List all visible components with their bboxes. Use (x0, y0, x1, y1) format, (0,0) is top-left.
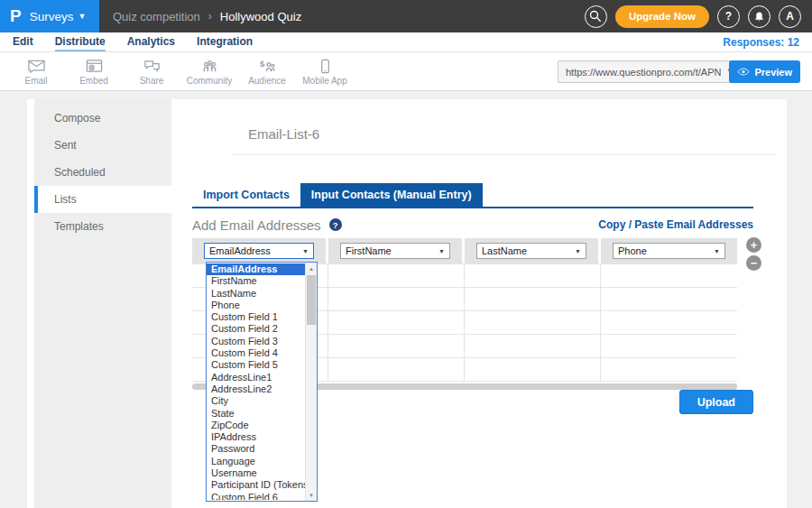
preview-label: Preview (754, 67, 792, 78)
row-controls: + − (746, 237, 761, 273)
dropdown-option[interactable]: Language (207, 456, 305, 467)
dropdown-option[interactable]: Username (207, 467, 305, 479)
search-icon (589, 10, 602, 23)
table-header-row: EmailAddress ▼ FirstName ▼ (192, 238, 737, 263)
dropdown-option[interactable]: Custom Field 2 (207, 323, 305, 335)
chevron-down-icon: ▼ (78, 12, 86, 21)
copy-paste-link[interactable]: Copy / Paste Email Addresses (598, 218, 753, 231)
dropdown-option[interactable]: Phone (207, 300, 305, 311)
table-cell[interactable] (328, 311, 465, 334)
tab-integration[interactable]: Integration (197, 32, 253, 51)
dropdown-option[interactable]: AddressLine2 (207, 383, 305, 395)
scroll-up-icon[interactable]: ▲ (306, 263, 317, 274)
dropdown-option[interactable]: LastName (207, 288, 305, 300)
table-cell[interactable] (328, 358, 465, 381)
dropdown-option[interactable]: ZipCode (207, 420, 305, 431)
page-body: Compose Sent Scheduled Lists Templates E… (0, 91, 812, 508)
toolbar-item-audience[interactable]: $ Audience (238, 58, 296, 86)
dropdown-option[interactable]: Custom Field 4 (207, 347, 305, 359)
dropdown-scrollbar-thumb[interactable] (307, 275, 316, 325)
add-row-button[interactable]: + (746, 237, 761, 253)
table-cell[interactable] (601, 311, 737, 334)
mobile-app-icon (316, 58, 335, 75)
dropdown-option[interactable]: Custom Field 5 (207, 359, 305, 371)
account-avatar[interactable]: A (779, 5, 801, 28)
dropdown-option[interactable]: City (207, 395, 305, 407)
sidebar-item-templates[interactable]: Templates (34, 213, 171, 240)
dropdown-option[interactable]: State (207, 408, 305, 420)
table-cell[interactable] (328, 264, 465, 287)
table-cell[interactable] (328, 335, 465, 357)
list-title-row: Email-List-6 (232, 99, 776, 155)
sidebar-item-lists[interactable]: Lists (34, 186, 171, 213)
toolbar-item-community[interactable]: Community (180, 58, 238, 86)
toolbar-item-label: Share (140, 76, 164, 86)
sidebar-item-scheduled[interactable]: Scheduled (34, 159, 171, 186)
dropdown-option[interactable]: AddressLine1 (207, 372, 305, 383)
questionpro-logo: P (10, 6, 22, 26)
survey-nav: Edit Distribute Analytics Integration Re… (0, 32, 812, 52)
upload-button[interactable]: Upload (679, 390, 753, 414)
scroll-down-icon[interactable]: ▼ (306, 489, 317, 501)
search-button[interactable] (585, 5, 607, 28)
chevron-down-icon: ▼ (714, 248, 720, 254)
dropdown-option[interactable]: IPAddress (207, 431, 305, 443)
dropdown-option[interactable]: Password (207, 443, 305, 455)
table-cell[interactable] (465, 264, 601, 287)
toolbar-item-email[interactable]: Email (7, 58, 65, 86)
dropdown-option[interactable]: Custom Field 6 (207, 492, 305, 500)
product-label: Surveys (30, 10, 74, 23)
column-select-phone[interactable]: Phone ▼ (613, 243, 725, 259)
distribute-toolbar: Email Embed Share Community $ Audience M… (0, 52, 812, 91)
tab-edit[interactable]: Edit (13, 32, 33, 51)
section-header: Add Email Addresses ? Copy / Paste Email… (192, 215, 753, 235)
tab-import-contacts[interactable]: Import Contacts (192, 183, 300, 207)
toolbar-item-embed[interactable]: Embed (65, 58, 123, 86)
dropdown-option[interactable]: Custom Field 3 (207, 336, 305, 347)
table-cell[interactable] (601, 288, 737, 310)
breadcrumb: Quiz competition › Hollywood Quiz (113, 0, 301, 32)
help-icon[interactable]: ? (329, 218, 342, 231)
select-value: FirstName (346, 245, 392, 256)
share-icon (143, 58, 161, 75)
upgrade-now-button[interactable]: Upgrade Now (615, 5, 709, 28)
dropdown-option[interactable]: Custom Field 1 (207, 311, 305, 323)
dropdown-option[interactable]: EmailAddress (207, 263, 305, 275)
column-select-emailaddress[interactable]: EmailAddress ▼ (204, 243, 314, 259)
toolbar-item-label: Audience (248, 76, 286, 86)
breadcrumb-parent[interactable]: Quiz competition (113, 10, 200, 23)
responses-count[interactable]: Responses: 12 (723, 32, 799, 51)
toolbar-item-share[interactable]: Share (123, 58, 180, 86)
table-cell[interactable] (465, 311, 601, 334)
surveys-menu[interactable]: P Surveys ▼ (0, 0, 99, 32)
sidebar-item-sent[interactable]: Sent (34, 132, 171, 159)
table-cell[interactable] (465, 358, 601, 381)
tab-input-contacts-manual[interactable]: Input Contacts (Manual Entry) (300, 183, 483, 207)
table-header-cell: Phone ▼ (601, 238, 737, 263)
table-cell[interactable] (601, 358, 737, 381)
email-icon (27, 58, 46, 75)
table-cell[interactable] (465, 288, 601, 310)
tab-analytics[interactable]: Analytics (127, 32, 175, 51)
help-button[interactable]: ? (717, 5, 740, 28)
notifications-button[interactable] (748, 5, 770, 28)
table-cell[interactable] (601, 335, 737, 357)
table-cell[interactable] (601, 264, 737, 287)
select-value: LastName (482, 245, 527, 256)
lists-panel: Compose Sent Scheduled Lists Templates E… (27, 99, 787, 508)
dropdown-option[interactable]: Participant ID (Tokens) (207, 479, 305, 491)
dropdown-option[interactable]: FirstName (207, 275, 305, 287)
remove-row-button[interactable]: − (746, 255, 761, 271)
column-select-lastname[interactable]: LastName ▼ (476, 243, 586, 259)
table-header-cell: FirstName ▼ (328, 238, 462, 263)
select-value: EmailAddress (209, 245, 271, 256)
sidebar-item-compose[interactable]: Compose (34, 105, 171, 132)
dropdown-scrollbar: ▲ ▼ (305, 263, 317, 501)
table-cell[interactable] (465, 335, 601, 357)
table-cell[interactable] (328, 288, 465, 310)
column-select-firstname[interactable]: FirstName ▼ (340, 243, 450, 259)
tab-distribute[interactable]: Distribute (55, 32, 106, 51)
toolbar-item-mobile-app[interactable]: Mobile App (296, 58, 354, 86)
survey-url-input[interactable] (558, 67, 723, 78)
preview-button[interactable]: Preview (729, 60, 800, 83)
